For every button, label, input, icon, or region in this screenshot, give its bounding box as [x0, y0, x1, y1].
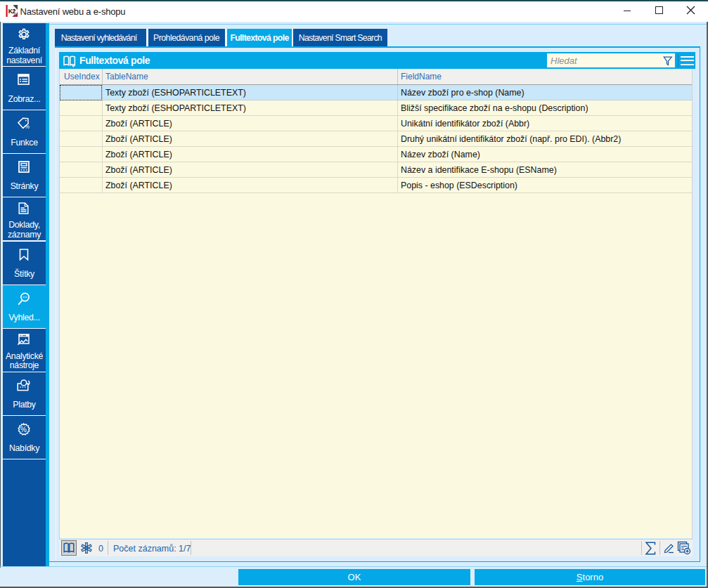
- svg-text:%: %: [20, 426, 27, 433]
- svg-text:K2: K2: [8, 8, 16, 15]
- svg-text:%: %: [25, 124, 30, 129]
